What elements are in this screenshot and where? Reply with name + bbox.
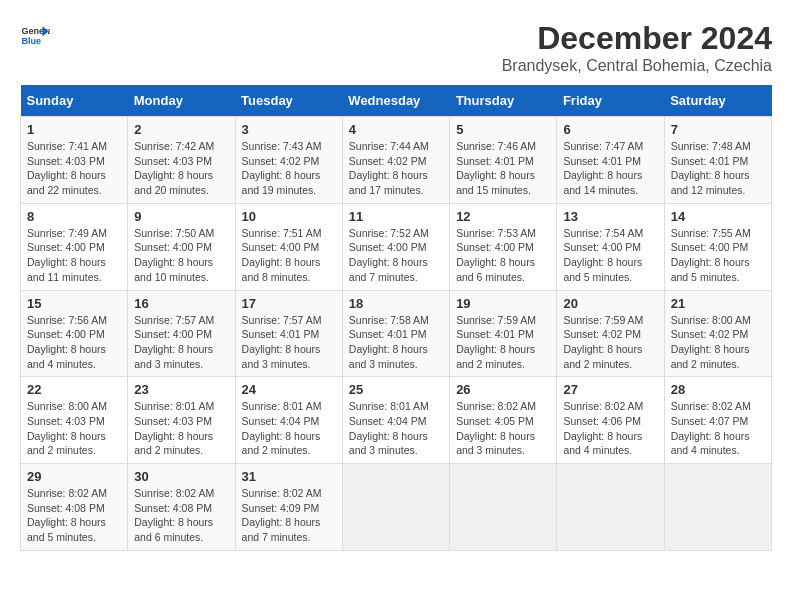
calendar-cell: 7 Sunrise: 7:48 AM Sunset: 4:01 PM Dayli… [664,117,771,204]
day-info: Sunrise: 7:42 AM Sunset: 4:03 PM Dayligh… [134,139,228,198]
day-info: Sunrise: 7:55 AM Sunset: 4:00 PM Dayligh… [671,226,765,285]
day-info: Sunrise: 7:49 AM Sunset: 4:00 PM Dayligh… [27,226,121,285]
calendar-cell: 2 Sunrise: 7:42 AM Sunset: 4:03 PM Dayli… [128,117,235,204]
day-info: Sunrise: 7:43 AM Sunset: 4:02 PM Dayligh… [242,139,336,198]
calendar-cell: 19 Sunrise: 7:59 AM Sunset: 4:01 PM Dayl… [450,290,557,377]
day-number: 17 [242,296,336,311]
day-number: 10 [242,209,336,224]
day-info: Sunrise: 7:50 AM Sunset: 4:00 PM Dayligh… [134,226,228,285]
day-info: Sunrise: 8:00 AM Sunset: 4:02 PM Dayligh… [671,313,765,372]
title-section: December 2024 Brandysek, Central Bohemia… [502,20,772,75]
location: Brandysek, Central Bohemia, Czechia [502,57,772,75]
day-info: Sunrise: 7:59 AM Sunset: 4:01 PM Dayligh… [456,313,550,372]
logo-icon: General Blue [20,20,50,50]
calendar-cell: 30 Sunrise: 8:02 AM Sunset: 4:08 PM Dayl… [128,464,235,551]
day-info: Sunrise: 8:01 AM Sunset: 4:04 PM Dayligh… [242,399,336,458]
day-info: Sunrise: 7:59 AM Sunset: 4:02 PM Dayligh… [563,313,657,372]
day-info: Sunrise: 8:02 AM Sunset: 4:08 PM Dayligh… [134,486,228,545]
day-info: Sunrise: 7:52 AM Sunset: 4:00 PM Dayligh… [349,226,443,285]
day-number: 11 [349,209,443,224]
day-info: Sunrise: 8:02 AM Sunset: 4:08 PM Dayligh… [27,486,121,545]
page-header: General Blue December 2024 Brandysek, Ce… [20,20,772,75]
day-number: 18 [349,296,443,311]
day-number: 7 [671,122,765,137]
day-info: Sunrise: 7:57 AM Sunset: 4:01 PM Dayligh… [242,313,336,372]
day-info: Sunrise: 7:41 AM Sunset: 4:03 PM Dayligh… [27,139,121,198]
day-info: Sunrise: 7:53 AM Sunset: 4:00 PM Dayligh… [456,226,550,285]
calendar-cell: 21 Sunrise: 8:00 AM Sunset: 4:02 PM Dayl… [664,290,771,377]
calendar-cell [557,464,664,551]
day-info: Sunrise: 7:58 AM Sunset: 4:01 PM Dayligh… [349,313,443,372]
calendar-cell: 23 Sunrise: 8:01 AM Sunset: 4:03 PM Dayl… [128,377,235,464]
day-number: 1 [27,122,121,137]
week-row-1: 1 Sunrise: 7:41 AM Sunset: 4:03 PM Dayli… [21,117,772,204]
day-info: Sunrise: 7:47 AM Sunset: 4:01 PM Dayligh… [563,139,657,198]
calendar-cell: 12 Sunrise: 7:53 AM Sunset: 4:00 PM Dayl… [450,203,557,290]
day-number: 19 [456,296,550,311]
calendar-table: Sunday Monday Tuesday Wednesday Thursday… [20,85,772,551]
day-info: Sunrise: 8:02 AM Sunset: 4:09 PM Dayligh… [242,486,336,545]
day-number: 29 [27,469,121,484]
calendar-cell: 13 Sunrise: 7:54 AM Sunset: 4:00 PM Dayl… [557,203,664,290]
calendar-cell: 24 Sunrise: 8:01 AM Sunset: 4:04 PM Dayl… [235,377,342,464]
day-number: 14 [671,209,765,224]
calendar-cell: 25 Sunrise: 8:01 AM Sunset: 4:04 PM Dayl… [342,377,449,464]
day-number: 15 [27,296,121,311]
calendar-cell: 26 Sunrise: 8:02 AM Sunset: 4:05 PM Dayl… [450,377,557,464]
day-info: Sunrise: 7:57 AM Sunset: 4:00 PM Dayligh… [134,313,228,372]
week-row-5: 29 Sunrise: 8:02 AM Sunset: 4:08 PM Dayl… [21,464,772,551]
day-info: Sunrise: 8:00 AM Sunset: 4:03 PM Dayligh… [27,399,121,458]
day-info: Sunrise: 8:02 AM Sunset: 4:05 PM Dayligh… [456,399,550,458]
day-number: 8 [27,209,121,224]
day-number: 20 [563,296,657,311]
calendar-cell [664,464,771,551]
header-saturday: Saturday [664,85,771,117]
calendar-cell: 10 Sunrise: 7:51 AM Sunset: 4:00 PM Dayl… [235,203,342,290]
day-number: 23 [134,382,228,397]
calendar-cell: 17 Sunrise: 7:57 AM Sunset: 4:01 PM Dayl… [235,290,342,377]
day-number: 5 [456,122,550,137]
day-number: 2 [134,122,228,137]
calendar-cell: 3 Sunrise: 7:43 AM Sunset: 4:02 PM Dayli… [235,117,342,204]
day-number: 28 [671,382,765,397]
day-info: Sunrise: 7:56 AM Sunset: 4:00 PM Dayligh… [27,313,121,372]
day-number: 24 [242,382,336,397]
calendar-cell: 22 Sunrise: 8:00 AM Sunset: 4:03 PM Dayl… [21,377,128,464]
calendar-cell: 1 Sunrise: 7:41 AM Sunset: 4:03 PM Dayli… [21,117,128,204]
calendar-cell: 29 Sunrise: 8:02 AM Sunset: 4:08 PM Dayl… [21,464,128,551]
day-number: 13 [563,209,657,224]
svg-text:Blue: Blue [22,36,42,46]
calendar-cell: 15 Sunrise: 7:56 AM Sunset: 4:00 PM Dayl… [21,290,128,377]
week-row-2: 8 Sunrise: 7:49 AM Sunset: 4:00 PM Dayli… [21,203,772,290]
day-info: Sunrise: 7:46 AM Sunset: 4:01 PM Dayligh… [456,139,550,198]
header-wednesday: Wednesday [342,85,449,117]
calendar-cell: 16 Sunrise: 7:57 AM Sunset: 4:00 PM Dayl… [128,290,235,377]
day-info: Sunrise: 8:02 AM Sunset: 4:07 PM Dayligh… [671,399,765,458]
calendar-cell: 14 Sunrise: 7:55 AM Sunset: 4:00 PM Dayl… [664,203,771,290]
day-info: Sunrise: 8:01 AM Sunset: 4:03 PM Dayligh… [134,399,228,458]
header-thursday: Thursday [450,85,557,117]
day-number: 31 [242,469,336,484]
calendar-cell: 20 Sunrise: 7:59 AM Sunset: 4:02 PM Dayl… [557,290,664,377]
day-number: 4 [349,122,443,137]
day-info: Sunrise: 8:02 AM Sunset: 4:06 PM Dayligh… [563,399,657,458]
month-title: December 2024 [502,20,772,57]
calendar-cell: 11 Sunrise: 7:52 AM Sunset: 4:00 PM Dayl… [342,203,449,290]
day-number: 12 [456,209,550,224]
day-number: 9 [134,209,228,224]
calendar-cell [342,464,449,551]
day-info: Sunrise: 7:51 AM Sunset: 4:00 PM Dayligh… [242,226,336,285]
day-number: 16 [134,296,228,311]
day-info: Sunrise: 7:48 AM Sunset: 4:01 PM Dayligh… [671,139,765,198]
day-number: 6 [563,122,657,137]
week-row-4: 22 Sunrise: 8:00 AM Sunset: 4:03 PM Dayl… [21,377,772,464]
calendar-cell: 28 Sunrise: 8:02 AM Sunset: 4:07 PM Dayl… [664,377,771,464]
calendar-cell: 8 Sunrise: 7:49 AM Sunset: 4:00 PM Dayli… [21,203,128,290]
header-sunday: Sunday [21,85,128,117]
calendar-cell: 5 Sunrise: 7:46 AM Sunset: 4:01 PM Dayli… [450,117,557,204]
calendar-cell: 31 Sunrise: 8:02 AM Sunset: 4:09 PM Dayl… [235,464,342,551]
day-number: 27 [563,382,657,397]
day-number: 22 [27,382,121,397]
calendar-cell: 18 Sunrise: 7:58 AM Sunset: 4:01 PM Dayl… [342,290,449,377]
logo: General Blue [20,20,50,50]
